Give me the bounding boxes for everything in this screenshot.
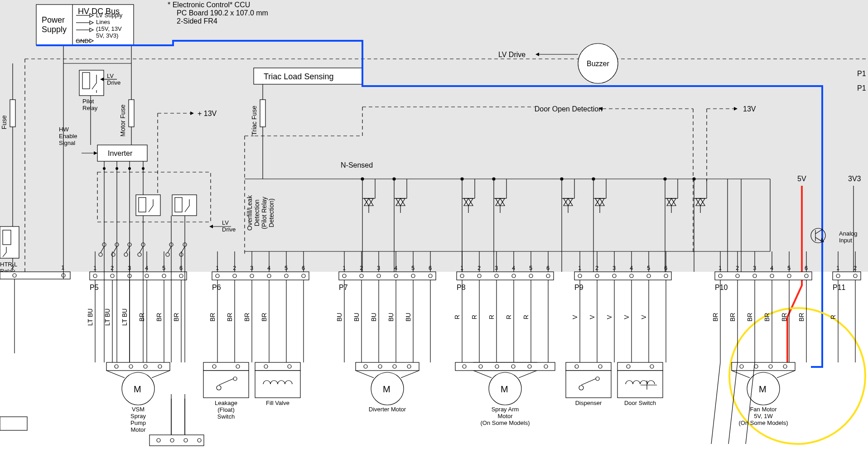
svg-text:LT BU: LT BU [104,308,111,326]
svg-text:M: M [759,384,767,394]
svg-text:VSMSprayPumpMotor: VSMSprayPumpMotor [130,406,146,433]
svg-text:P1: P1 [857,84,866,92]
svg-text:BR: BR [746,313,753,321]
svg-text:Door Open Detection: Door Open Detection [535,105,603,113]
svg-text:BR: BR [781,313,788,321]
power-supply-label: PowerSupply [42,15,67,34]
svg-text:BU: BU [336,313,343,321]
svg-rect-421 [732,362,795,371]
svg-rect-14 [10,100,15,127]
svg-rect-21 [0,272,70,279]
svg-point-135 [560,178,563,180]
svg-text:P11: P11 [833,284,846,291]
svg-text:P6: P6 [212,284,221,291]
svg-text:R: R [522,315,530,319]
svg-text:BR: BR [712,313,719,321]
svg-text:M: M [383,384,391,394]
svg-text:BR: BR [155,313,163,321]
svg-point-107 [361,178,364,180]
svg-point-156 [693,178,695,180]
svg-text:Door Switch: Door Switch [624,400,656,406]
svg-text:V: V [571,315,579,319]
svg-text:Fill Valve: Fill Valve [266,400,289,406]
svg-point-49 [128,167,131,170]
svg-rect-454 [149,435,204,446]
svg-rect-336 [455,362,555,371]
svg-point-121 [461,178,463,180]
svg-text:R: R [505,315,512,319]
svg-text:Fuse: Fuse [0,115,8,129]
svg-rect-453 [0,417,27,430]
svg-rect-401 [715,272,812,280]
svg-text:P7: P7 [339,284,348,291]
svg-rect-36 [129,100,134,127]
svg-point-149 [664,178,666,180]
svg-rect-201 [106,362,170,371]
svg-text:P10: P10 [715,284,728,291]
svg-text:M: M [134,384,141,394]
svg-text:PC Board 190.2 x 107.0 mm: PC Board 190.2 x 107.0 mm [177,9,268,17]
svg-rect-355 [574,272,671,280]
svg-text:R: R [488,315,495,319]
svg-point-50 [142,167,145,170]
svg-rect-377 [566,371,611,398]
svg-text:Triac Fuse: Triac Fuse [251,106,258,135]
svg-text:+ 13V: + 13V [198,110,217,117]
wiring-diagram: PowerSupply HV DC Bus LV SupplyLines(15V… [0,0,868,453]
svg-text:Dispenser: Dispenser [575,400,602,406]
svg-text:*  Electronic Control* CCU: * Electronic Control* CCU [168,1,250,9]
svg-text:Inverter: Inverter [108,149,133,157]
svg-text:BR: BR [226,313,233,321]
svg-rect-241 [203,362,249,371]
htr-l-relay: HTR-LRelay [0,226,19,275]
svg-text:BR: BR [798,313,805,321]
svg-rect-51 [136,195,160,216]
svg-point-142 [592,178,595,180]
svg-text:BR: BR [209,313,216,321]
svg-rect-307 [457,272,554,280]
svg-text:LT BU: LT BU [87,308,94,326]
svg-rect-382 [617,362,663,371]
svg-text:Motor Fuse: Motor Fuse [119,104,126,136]
svg-text:1: 1 [61,264,64,271]
svg-text:BR: BR [138,313,145,321]
svg-text:2-Sided FR4: 2-Sided FR4 [177,17,217,25]
svg-text:P1: P1 [857,70,866,77]
svg-text:Diverter Motor: Diverter Motor [369,406,406,413]
svg-rect-249 [255,362,300,371]
svg-rect-244 [203,371,249,398]
svg-text:BU: BU [370,313,377,321]
svg-text:BR: BR [763,313,771,321]
svg-point-47 [103,167,106,170]
svg-text:V: V [606,315,613,319]
svg-text:R: R [453,315,461,319]
svg-rect-53 [172,195,197,216]
svg-rect-79 [260,100,265,127]
svg-text:LT BU: LT BU [121,308,128,326]
svg-text:V: V [588,315,596,319]
svg-text:P9: P9 [574,284,583,291]
svg-text:5V: 5V [797,175,806,183]
svg-text:Buzzer: Buzzer [587,60,609,67]
svg-rect-374 [566,362,611,371]
svg-rect-266 [339,272,436,280]
svg-text:Overfill/LeakDetection(Pilot R: Overfill/LeakDetection(Pilot RelayDetect… [246,195,275,231]
svg-text:BU: BU [405,313,412,321]
svg-point-128 [492,178,495,180]
svg-rect-438 [833,272,861,280]
svg-text:BR: BR [243,313,251,321]
svg-text:2: 2 [11,264,14,271]
svg-text:13V: 13V [743,105,756,113]
svg-text:3V3: 3V3 [848,175,861,183]
svg-text:V: V [640,315,647,319]
svg-text:P8: P8 [457,284,466,291]
svg-text:Triac Load Sensing: Triac Load Sensing [264,72,333,81]
svg-text:P5: P5 [90,284,99,291]
svg-text:BU: BU [387,313,395,321]
svg-text:M: M [501,384,508,394]
gnd-label: GND [76,38,89,44]
svg-point-114 [393,178,395,180]
svg-text:R: R [471,315,478,319]
svg-text:BU: BU [353,313,360,321]
svg-text:BR: BR [260,313,268,321]
